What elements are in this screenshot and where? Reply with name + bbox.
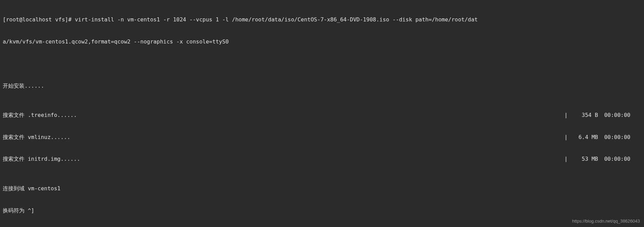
command-text-1: virt-install -n vm-centos1 -r 1024 --vcp… <box>75 16 478 23</box>
search-time: 00:00:00 <box>598 134 630 141</box>
divider: | <box>564 155 571 163</box>
search-row: 搜索文件 .treeinfo...... | 354 B 00:00:00 <box>3 111 641 119</box>
terminal-output[interactable]: [root@localhost vfs]# virt-install -n vm… <box>0 0 644 227</box>
search-time: 00:00:00 <box>598 155 630 163</box>
blank-line <box>3 60 641 68</box>
command-line-wrap: a/kvm/vfs/vm-centos1.qcow2,format=qcow2 … <box>3 38 641 46</box>
watermark-text: https://blog.csdn.net/qq_38626043 <box>572 218 640 224</box>
connect-line: 连接到域 vm-centos1 <box>3 185 641 192</box>
install-header: 开始安装...... <box>3 82 641 90</box>
search-time: 00:00:00 <box>598 111 630 119</box>
search-label: 搜索文件 initrd.img...... <box>3 155 80 163</box>
search-label: 搜索文件 vmlinuz...... <box>3 134 70 141</box>
search-size: 354 B <box>571 111 598 119</box>
search-row: 搜索文件 initrd.img...... | 53 MB 00:00:00 <box>3 155 641 163</box>
search-size: 53 MB <box>571 155 598 163</box>
prompt: [root@localhost vfs]# <box>3 16 75 23</box>
search-row: 搜索文件 vmlinuz...... | 6.4 MB 00:00:00 <box>3 134 641 141</box>
search-label: 搜索文件 .treeinfo...... <box>3 111 77 119</box>
search-size: 6.4 MB <box>571 134 598 141</box>
divider: | <box>564 134 571 141</box>
divider: | <box>564 111 571 119</box>
command-line: [root@localhost vfs]# virt-install -n vm… <box>3 16 641 23</box>
escape-line: 换码符为 ^] <box>3 207 641 214</box>
